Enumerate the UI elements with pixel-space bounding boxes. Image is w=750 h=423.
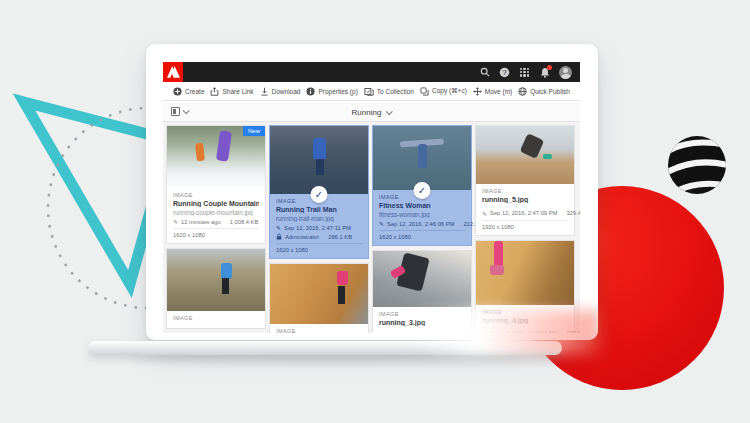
copy-label: Copy (⌘+c) — [432, 87, 467, 95]
asset-thumbnail[interactable]: New — [167, 126, 265, 188]
asset-size: 1,008.4 KB — [230, 219, 259, 225]
share-link-icon — [210, 87, 219, 96]
folder-title-dropdown[interactable]: Running — [163, 102, 580, 122]
quick-publish-icon — [518, 87, 527, 96]
asset-card-running-5[interactable]: IMAGE running_5.jpg ✎Sep 12, 2016, 2:47:… — [475, 125, 575, 236]
properties-label: Properties (p) — [318, 88, 357, 95]
asset-title: Running Couple Mountain — [173, 200, 259, 207]
notifications-bell-icon[interactable] — [539, 67, 550, 78]
asset-title: Running Trail Man — [276, 206, 362, 213]
edit-pencil-icon: ✎ — [482, 210, 487, 217]
create-icon — [173, 87, 182, 96]
download-label: Download — [272, 88, 301, 95]
page: ? Create Share Link — [0, 0, 750, 423]
to-collection-button[interactable]: To Collection — [364, 87, 414, 96]
asset-card-fitness-woman[interactable]: ✓ IMAGE Fitness Woman fitness-woman.jpg … — [372, 125, 472, 246]
asset-type-label: IMAGE — [276, 328, 362, 333]
actions-toolbar: Create Share Link Download Properties (p… — [163, 82, 580, 101]
account-avatar[interactable] — [559, 66, 572, 79]
asset-type-label: IMAGE — [173, 315, 259, 321]
edit-pencil-icon: ✎ — [173, 218, 178, 225]
copy-button[interactable]: Copy (⌘+c) — [420, 87, 467, 96]
meta-divider — [173, 228, 259, 229]
chevron-down-icon — [386, 108, 393, 115]
asset-modified: 12 minutes ago — [181, 219, 221, 225]
asset-dimensions: 1620 x 1080 — [276, 247, 362, 253]
asset-title: running_5.jpg — [482, 196, 568, 203]
asset-title: Fitness Woman — [379, 202, 465, 209]
asset-dimensions: 1920 x 1080 — [482, 224, 568, 230]
asset-type-label: IMAGE — [173, 192, 259, 198]
asset-card-running-2[interactable]: IMAGE — [166, 248, 266, 329]
asset-thumbnail[interactable] — [270, 264, 368, 324]
asset-title: running_4.jpg — [482, 317, 568, 324]
swirl-sphere-logo — [665, 133, 729, 197]
adobe-a-icon — [167, 66, 180, 78]
asset-modified: Sep 12, 2016, 2:47:09 PM — [490, 210, 557, 216]
search-icon[interactable] — [479, 67, 490, 78]
asset-thumbnail[interactable] — [270, 126, 368, 194]
asset-modified: Sep 12, 2016, 2:47:02 PM — [490, 330, 557, 334]
meta-divider — [482, 220, 568, 221]
asset-card-running-trail-man[interactable]: ✓ IMAGE Running Trail Man running-trail-… — [269, 125, 369, 259]
asset-type-label: IMAGE — [482, 188, 568, 194]
asset-card-running-couple-mountain[interactable]: New IMAGE Running Couple Mountain runnin… — [166, 125, 266, 244]
asset-dimensions: 1620 x 1080 — [379, 234, 465, 240]
properties-icon — [306, 87, 315, 96]
asset-owner: Administrator — [285, 234, 319, 240]
create-label: Create — [185, 88, 205, 95]
create-button[interactable]: Create — [173, 87, 205, 96]
asset-size: 270.3 KB — [566, 330, 580, 334]
svg-text:?: ? — [502, 68, 506, 77]
laptop-shadow — [130, 354, 530, 364]
asset-modified: Sep 12, 2016, 2:47:11 PM — [284, 225, 351, 231]
asset-filename: running-couple-mountain.jpg — [173, 209, 259, 216]
move-button[interactable]: Move (m) — [473, 87, 512, 96]
asset-title: running_3.jpg — [379, 319, 465, 326]
lock-icon — [276, 233, 282, 240]
asset-card-running-3[interactable]: IMAGE running_3.jpg — [372, 250, 472, 333]
adobe-logo[interactable] — [163, 62, 183, 82]
asset-grid: New IMAGE Running Couple Mountain runnin… — [163, 122, 580, 333]
download-icon — [260, 87, 269, 96]
share-link-button[interactable]: Share Link — [210, 87, 253, 96]
selected-check-icon[interactable]: ✓ — [414, 182, 431, 199]
meta-divider — [276, 243, 362, 244]
laptop-base — [88, 341, 562, 355]
asset-type-label: IMAGE — [379, 311, 465, 317]
to-collection-label: To Collection — [377, 88, 414, 95]
to-collection-icon — [364, 87, 374, 96]
download-button[interactable]: Download — [260, 87, 301, 96]
asset-card-running-1[interactable]: IMAGE running_1.jpg — [269, 263, 369, 333]
asset-card-running-4[interactable]: IMAGE running_4.jpg ✎Sep 12, 2016, 2:47:… — [475, 240, 575, 334]
app-topbar: ? — [163, 62, 580, 82]
asset-thumbnail[interactable] — [476, 241, 574, 305]
help-icon[interactable]: ? — [499, 67, 510, 78]
edit-pencil-icon: ✎ — [276, 224, 281, 231]
asset-filename: running-trail-man.jpg — [276, 215, 362, 222]
move-icon — [473, 87, 482, 96]
properties-button[interactable]: Properties (p) — [306, 87, 357, 96]
edit-pencil-icon: ✎ — [482, 329, 487, 333]
meta-divider — [379, 230, 465, 231]
asset-thumbnail[interactable] — [167, 249, 265, 311]
asset-filename: fitness-woman.jpg — [379, 211, 465, 218]
asset-size: 329.4 KB — [566, 210, 580, 216]
asset-thumbnail[interactable] — [373, 251, 471, 307]
apps-grid-icon[interactable] — [519, 67, 530, 78]
new-badge: New — [243, 126, 265, 136]
collection-header: Running — [163, 102, 580, 122]
quick-publish-button[interactable]: Quick Publish — [518, 87, 570, 96]
folder-title: Running — [352, 108, 382, 117]
move-label: Move (m) — [485, 88, 512, 95]
asset-thumbnail[interactable] — [373, 126, 471, 190]
notification-badge — [547, 65, 552, 70]
selected-check-icon[interactable]: ✓ — [311, 186, 328, 203]
asset-thumbnail[interactable] — [476, 126, 574, 184]
asset-size: 266.1 KB — [328, 234, 352, 240]
share-link-label: Share Link — [222, 88, 253, 95]
asset-modified: Sep 12, 2016, 2:46:06 PM — [387, 221, 454, 227]
asset-type-label: IMAGE — [482, 309, 568, 315]
aem-assets-window: ? Create Share Link — [163, 62, 580, 333]
edit-pencil-icon: ✎ — [379, 220, 384, 227]
